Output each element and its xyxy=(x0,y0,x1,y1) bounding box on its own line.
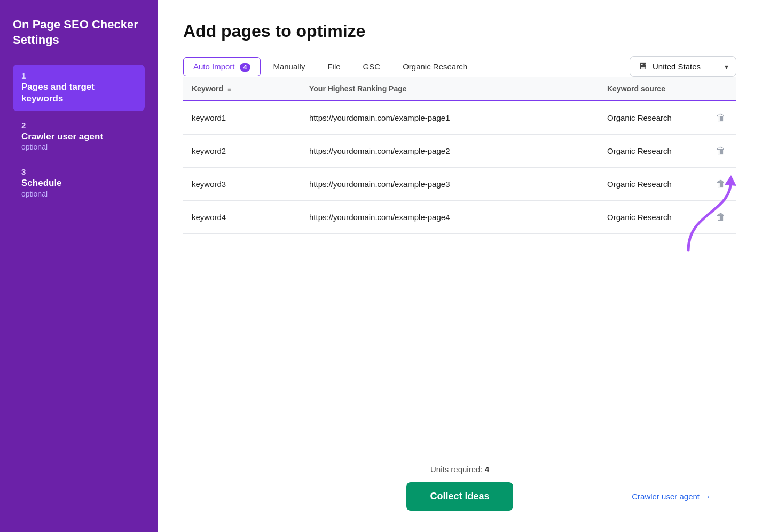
svg-marker-0 xyxy=(725,175,736,186)
sidebar: On Page SEO Checker Settings 1 Pages and… xyxy=(0,0,158,532)
sidebar-item-pages[interactable]: 1 Pages and target keywords xyxy=(13,65,145,111)
cell-page: https://yourdomain.com/example-page2 xyxy=(301,135,599,168)
sidebar-item-number-1: 1 xyxy=(21,71,136,80)
tab-auto-import-badge: 4 xyxy=(240,63,251,72)
table-header-row: Keyword ≡ Your Highest Ranking Page Keyw… xyxy=(183,77,736,101)
sidebar-item-sublabel-3: optional xyxy=(21,190,136,198)
sidebar-item-number-2: 2 xyxy=(21,121,136,130)
cell-page: https://yourdomain.com/example-page3 xyxy=(301,168,599,201)
tabs-row: Auto Import 4 Manually File GSC Organic … xyxy=(183,56,736,77)
units-count: 4 xyxy=(485,465,489,474)
page-title: Add pages to optimize xyxy=(183,21,736,41)
cell-keyword: keyword3 xyxy=(183,168,301,201)
sidebar-item-label-2: Crawler user agent xyxy=(21,131,136,143)
arrow-right-icon: → xyxy=(703,492,711,501)
tab-gsc[interactable]: GSC xyxy=(353,57,391,76)
units-required-text: Units required: 4 xyxy=(430,465,489,474)
sidebar-item-number-3: 3 xyxy=(21,167,136,176)
country-label: United States xyxy=(653,62,701,71)
sidebar-item-crawler[interactable]: 2 Crawler user agent optional xyxy=(13,114,145,158)
cell-page: https://yourdomain.com/example-page1 xyxy=(301,101,599,135)
sidebar-item-label-1: Pages and target keywords xyxy=(21,81,136,105)
col-source: Keyword source xyxy=(599,77,705,101)
filter-icon[interactable]: ≡ xyxy=(227,85,231,93)
sidebar-nav: 1 Pages and target keywords 2 Crawler us… xyxy=(13,65,145,204)
cell-source: Organic Research xyxy=(599,135,705,168)
bottom-row: Collect ideas Crawler user agent → xyxy=(183,482,736,511)
tab-organic-research[interactable]: Organic Research xyxy=(392,57,477,76)
table-container: Keyword ≡ Your Highest Ranking Page Keyw… xyxy=(183,77,736,448)
col-page: Your Highest Ranking Page xyxy=(301,77,599,101)
country-select[interactable]: 🖥 United States ▾ xyxy=(630,56,736,77)
monitor-icon: 🖥 xyxy=(638,61,647,72)
cell-keyword: keyword4 xyxy=(183,201,301,234)
crawler-user-agent-link[interactable]: Crawler user agent → xyxy=(632,492,711,501)
sidebar-title: On Page SEO Checker Settings xyxy=(13,17,145,48)
col-actions xyxy=(705,77,736,101)
chevron-down-icon: ▾ xyxy=(725,62,728,71)
cell-keyword: keyword1 xyxy=(183,101,301,135)
annotation-arrow xyxy=(672,170,742,255)
table-row: keyword4 https://yourdomain.com/example-… xyxy=(183,201,736,234)
table-row: keyword2 https://yourdomain.com/example-… xyxy=(183,135,736,168)
delete-row-button[interactable]: 🗑 xyxy=(714,110,728,126)
keywords-table: Keyword ≡ Your Highest Ranking Page Keyw… xyxy=(183,77,736,234)
main-content: Add pages to optimize Auto Import 4 Manu… xyxy=(158,0,762,532)
table-row: keyword1 https://yourdomain.com/example-… xyxy=(183,101,736,135)
cell-delete[interactable]: 🗑 xyxy=(705,101,736,135)
bottom-section: Units required: 4 Collect ideas Crawler … xyxy=(183,448,736,511)
sidebar-item-label-3: Schedule xyxy=(21,177,136,189)
delete-row-button[interactable]: 🗑 xyxy=(714,143,728,159)
collect-ideas-button[interactable]: Collect ideas xyxy=(406,482,513,511)
sidebar-item-sublabel-2: optional xyxy=(21,143,136,151)
col-keyword: Keyword ≡ xyxy=(183,77,301,101)
tab-auto-import[interactable]: Auto Import 4 xyxy=(183,57,261,76)
cell-source: Organic Research xyxy=(599,101,705,135)
cell-keyword: keyword2 xyxy=(183,135,301,168)
cell-delete[interactable]: 🗑 xyxy=(705,135,736,168)
cell-page: https://yourdomain.com/example-page4 xyxy=(301,201,599,234)
sidebar-item-schedule[interactable]: 3 Schedule optional xyxy=(13,161,145,204)
table-row: keyword3 https://yourdomain.com/example-… xyxy=(183,168,736,201)
tab-file[interactable]: File xyxy=(317,57,350,76)
tab-manually[interactable]: Manually xyxy=(263,57,315,76)
